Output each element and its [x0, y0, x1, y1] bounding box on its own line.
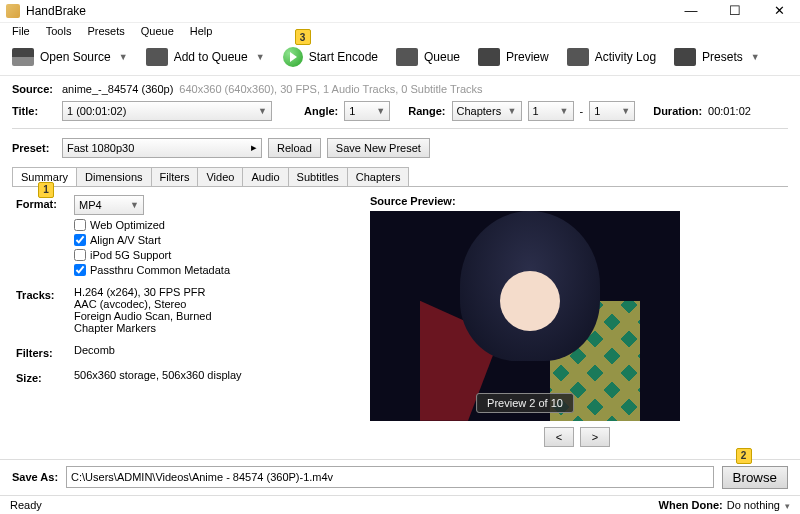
close-button[interactable]: ✕	[764, 1, 794, 21]
start-encode-button[interactable]: 3 Start Encode	[279, 45, 382, 69]
when-done: When Done: Do nothing ▾	[659, 499, 790, 511]
preview-button[interactable]: Preview	[474, 46, 553, 68]
format-value: MP4	[79, 199, 102, 211]
menu-file[interactable]: File	[6, 23, 36, 39]
titlebar: HandBrake — ☐ ✕	[0, 0, 800, 23]
add-queue-icon	[146, 48, 168, 66]
range-separator: -	[580, 105, 584, 117]
tab-label: Chapters	[356, 171, 401, 183]
source-label: Source:	[12, 83, 56, 95]
preview-nav: < >	[370, 427, 784, 447]
preview-prev-button[interactable]: <	[544, 427, 574, 447]
web-optimized-checkbox[interactable]: Web Optimized	[74, 219, 230, 231]
range-to-select[interactable]: 1 ▼	[589, 101, 635, 121]
statusbar: Ready When Done: Do nothing ▾	[0, 495, 800, 514]
tab-dimensions[interactable]: Dimensions	[76, 167, 151, 186]
activity-log-icon	[567, 48, 589, 66]
divider	[12, 128, 788, 129]
ipod-checkbox[interactable]: iPod 5G Support	[74, 249, 230, 261]
tab-audio[interactable]: Audio	[242, 167, 288, 186]
chevron-down-icon: ▼	[119, 52, 128, 62]
menu-help[interactable]: Help	[184, 23, 219, 39]
range-mode-value: Chapters	[457, 105, 502, 117]
track-line: H.264 (x264), 30 FPS PFR	[74, 286, 212, 298]
align-av-checkbox[interactable]: Align A/V Start	[74, 234, 230, 246]
add-to-queue-button[interactable]: Add to Queue ▼	[142, 46, 269, 68]
chevron-down-icon: ▼	[508, 106, 517, 116]
title-value: 1 (00:01:02)	[67, 105, 126, 117]
presets-button[interactable]: Presets ▼	[670, 46, 764, 68]
preset-select[interactable]: Fast 1080p30 ▸	[62, 138, 262, 158]
range-to-value: 1	[594, 105, 600, 117]
track-line: Chapter Markers	[74, 322, 212, 334]
preset-row: Preset: Fast 1080p30 ▸ Reload Save New P…	[12, 138, 788, 158]
title-label: Title:	[12, 105, 56, 117]
status-text: Ready	[10, 499, 42, 511]
angle-value: 1	[349, 105, 355, 117]
tab-filters[interactable]: Filters	[151, 167, 199, 186]
window-title: HandBrake	[26, 4, 676, 18]
queue-button[interactable]: Queue	[392, 46, 464, 68]
tab-label: Video	[206, 171, 234, 183]
content: Source: anime_-_84574 (360p) 640x360 (64…	[0, 76, 800, 459]
presets-label: Presets	[702, 50, 743, 64]
range-from-select[interactable]: 1 ▼	[528, 101, 574, 121]
open-source-icon	[12, 48, 34, 66]
preview-title: Source Preview:	[370, 195, 784, 207]
annotation-2: 2	[736, 448, 752, 464]
menubar: File Tools Presets Queue Help	[0, 23, 800, 40]
format-controls: MP4 ▼ Web Optimized Align A/V Start iPod…	[74, 195, 230, 276]
preview-label: Preview	[506, 50, 549, 64]
chevron-right-icon: ▸	[251, 141, 257, 154]
save-as-input[interactable]	[66, 466, 713, 488]
when-done-label: When Done:	[659, 499, 723, 511]
filters-field: Filters: Decomb	[16, 344, 346, 359]
tab-video[interactable]: Video	[197, 167, 243, 186]
duration-value: 00:01:02	[708, 105, 751, 117]
tab-summary-label: Summary	[21, 171, 68, 183]
reload-button[interactable]: Reload	[268, 138, 321, 158]
range-label: Range:	[408, 105, 445, 117]
queue-icon	[396, 48, 418, 66]
track-line: Foreign Audio Scan, Burned	[74, 310, 212, 322]
title-select[interactable]: 1 (00:01:02) ▼	[62, 101, 272, 121]
annotation-1: 1	[38, 182, 54, 198]
tab-label: Dimensions	[85, 171, 142, 183]
passthru-meta-checkbox[interactable]: Passthru Common Metadata	[74, 264, 230, 276]
tab-chapters[interactable]: Chapters	[347, 167, 410, 186]
open-source-button[interactable]: Open Source ▼	[8, 46, 132, 68]
checkbox-label: Web Optimized	[90, 219, 165, 231]
angle-select[interactable]: 1 ▼	[344, 101, 390, 121]
menu-tools[interactable]: Tools	[40, 23, 78, 39]
angle-label: Angle:	[304, 105, 338, 117]
chevron-down-icon: ▼	[560, 106, 569, 116]
filters-value: Decomb	[74, 344, 115, 356]
summary-left-column: Format: MP4 ▼ Web Optimized Align A/V St…	[16, 195, 346, 447]
tab-summary[interactable]: Summary 1	[12, 167, 77, 186]
menu-queue[interactable]: Queue	[135, 23, 180, 39]
maximize-button[interactable]: ☐	[720, 1, 750, 21]
chevron-down-icon: ▼	[256, 52, 265, 62]
preview-art	[370, 211, 680, 421]
save-as-row: Save As: 2 Browse	[0, 459, 800, 495]
duration-label: Duration:	[653, 105, 702, 117]
chevron-down-icon: ▼	[751, 52, 760, 62]
tab-subtitles[interactable]: Subtitles	[288, 167, 348, 186]
minimize-button[interactable]: —	[676, 1, 706, 21]
preset-label: Preset:	[12, 142, 56, 154]
preview-counter: Preview 2 of 10	[476, 393, 574, 413]
save-new-preset-button[interactable]: Save New Preset	[327, 138, 430, 158]
activity-log-button[interactable]: Activity Log	[563, 46, 660, 68]
preview-next-button[interactable]: >	[580, 427, 610, 447]
format-select[interactable]: MP4 ▼	[74, 195, 144, 215]
preset-value: Fast 1080p30	[67, 142, 134, 154]
range-mode-select[interactable]: Chapters ▼	[452, 101, 522, 121]
presets-icon	[674, 48, 696, 66]
play-icon	[283, 47, 303, 67]
tab-panel-summary: Format: MP4 ▼ Web Optimized Align A/V St…	[12, 187, 788, 455]
source-row: Source: anime_-_84574 (360p) 640x360 (64…	[12, 83, 788, 95]
when-done-select[interactable]: Do nothing ▾	[727, 499, 790, 511]
menu-presets[interactable]: Presets	[81, 23, 130, 39]
tab-label: Subtitles	[297, 171, 339, 183]
browse-button[interactable]: Browse	[722, 466, 788, 489]
